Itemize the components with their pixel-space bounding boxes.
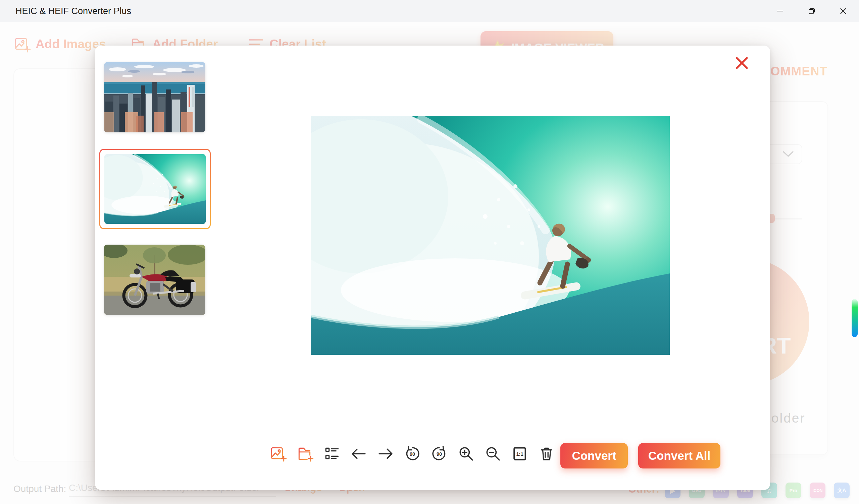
viewer-toolbar: 90 90 [269, 445, 555, 462]
thumbnail-surfer-image [104, 154, 206, 224]
modal-close-button[interactable] [733, 54, 751, 72]
convert-button[interactable]: Convert [560, 443, 628, 469]
close-button[interactable] [827, 0, 859, 22]
rotate-right-90-icon[interactable]: 90 [431, 445, 448, 462]
maximize-button[interactable] [796, 0, 827, 22]
actual-size-icon[interactable]: 1:1 [511, 445, 528, 462]
rotate-left-90-icon[interactable]: 90 [404, 445, 421, 462]
list-view-icon[interactable] [323, 445, 341, 462]
minimize-button[interactable] [764, 0, 796, 22]
next-image-icon[interactable] [377, 445, 394, 462]
app-window: HEIC & HEIF Converter Plus Add [0, 0, 859, 504]
titlebar: HEIC & HEIF Converter Plus [0, 0, 859, 22]
convert-all-button[interactable]: Convert All [638, 443, 720, 469]
thumbnail-surfer-selected[interactable] [99, 149, 211, 229]
window-title: HEIC & HEIF Converter Plus [15, 6, 131, 16]
thumbnail-motorcycle[interactable] [104, 245, 205, 315]
close-x-icon [734, 55, 750, 71]
restore-icon [808, 7, 816, 15]
main-preview-image [311, 116, 670, 355]
delete-image-icon[interactable] [538, 445, 555, 462]
svg-text:90: 90 [437, 452, 442, 457]
zoom-out-icon[interactable] [484, 445, 502, 462]
minimize-icon [776, 7, 784, 15]
window-controls [764, 0, 859, 22]
thumbnail-city-skyline[interactable] [104, 62, 205, 132]
previous-image-icon[interactable] [350, 445, 367, 462]
add-folder-icon[interactable] [296, 445, 314, 462]
zoom-in-icon[interactable] [457, 445, 475, 462]
svg-text:90: 90 [410, 452, 415, 457]
screen-edge-indicator [852, 299, 858, 337]
svg-text:1:1: 1:1 [516, 452, 523, 457]
close-icon [839, 7, 847, 15]
image-viewer-modal: 90 90 [95, 46, 770, 490]
add-image-icon[interactable] [269, 445, 287, 462]
